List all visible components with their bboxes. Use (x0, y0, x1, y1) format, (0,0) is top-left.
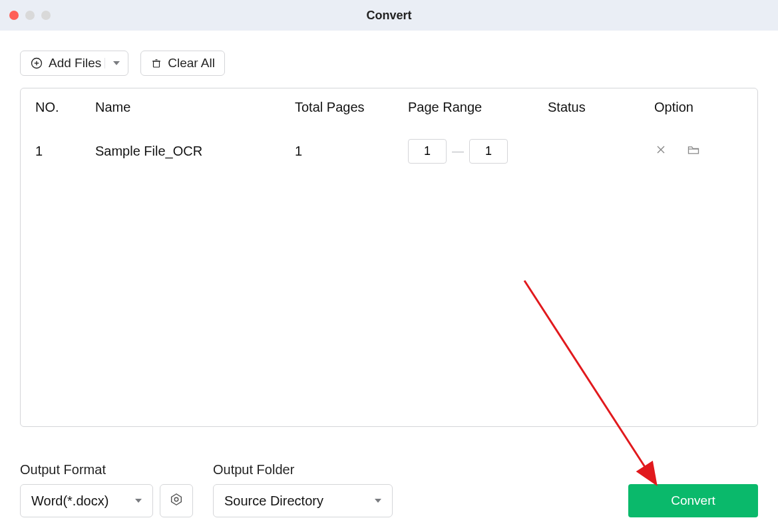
trash-icon (150, 57, 162, 69)
chevron-down-icon (375, 499, 381, 503)
clear-all-button[interactable]: Clear All (140, 51, 225, 76)
output-format-label: Output Format (20, 462, 193, 477)
col-header-page-range: Page Range (393, 100, 533, 115)
page-from-input[interactable] (408, 139, 447, 164)
cell-option (640, 143, 757, 160)
clear-all-label: Clear All (168, 56, 215, 70)
chevron-down-icon (135, 499, 142, 503)
output-folder-label: Output Folder (213, 462, 393, 477)
output-format-select[interactable]: Word(*.docx) (20, 484, 153, 517)
page-to-input[interactable] (469, 139, 508, 164)
output-folder-select[interactable]: Source Directory (213, 484, 393, 517)
cell-page-range: — (393, 139, 533, 164)
output-format-value: Word(*.docx) (31, 493, 108, 509)
titlebar: Convert (0, 0, 778, 31)
window-title: Convert (0, 9, 778, 23)
format-settings-button[interactable] (160, 484, 193, 517)
add-files-button[interactable]: Add Files (20, 51, 128, 76)
add-files-label: Add Files (49, 56, 101, 70)
col-header-status: Status (533, 100, 640, 115)
window-controls (9, 11, 51, 20)
col-header-total-pages: Total Pages (280, 100, 393, 115)
svg-marker-9 (172, 494, 182, 505)
range-dash: — (452, 144, 464, 158)
minimize-window-button[interactable] (25, 11, 35, 20)
maximize-window-button[interactable] (41, 11, 51, 20)
svg-point-10 (174, 497, 178, 501)
chevron-down-icon (113, 61, 120, 65)
output-folder-group: Output Folder Source Directory (213, 462, 393, 517)
output-format-group: Output Format Word(*.docx) (20, 462, 193, 517)
cell-name: Sample File_OCR (81, 144, 280, 159)
plus-circle-icon (30, 57, 43, 70)
cell-total-pages: 1 (280, 144, 393, 159)
footer: Output Format Word(*.docx) Output Folder… (20, 462, 758, 517)
output-folder-value: Source Directory (224, 493, 323, 509)
table-header: NO. Name Total Pages Page Range Status O… (21, 88, 757, 126)
remove-row-button[interactable] (654, 143, 668, 160)
close-window-button[interactable] (9, 11, 19, 20)
cell-no: 1 (21, 144, 81, 159)
col-header-name: Name (81, 100, 280, 115)
toolbar: Add Files Clear All (0, 31, 778, 88)
page-range-inputs: — (408, 139, 508, 164)
gear-icon (169, 492, 184, 509)
convert-button[interactable]: Convert (628, 484, 758, 517)
svg-rect-3 (154, 61, 160, 67)
files-table: NO. Name Total Pages Page Range Status O… (20, 88, 758, 427)
table-row: 1 Sample File_OCR 1 — (21, 126, 757, 176)
col-header-option: Option (640, 100, 757, 115)
col-header-no: NO. (21, 100, 81, 115)
open-folder-button[interactable] (686, 143, 701, 160)
